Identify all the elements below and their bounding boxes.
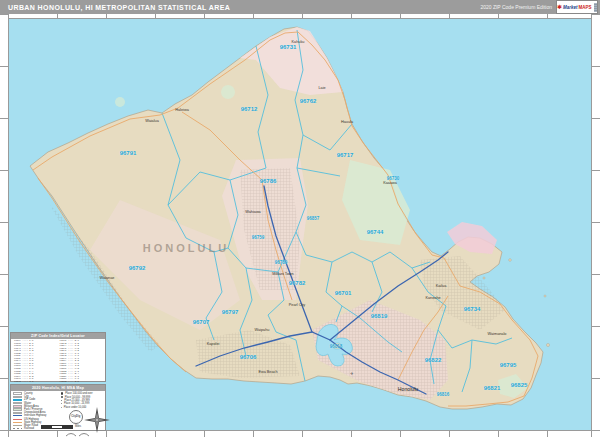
map-area: HONOLULU 96731 96712 96762 96791 96717 9… xyxy=(0,0,600,437)
zip-label-96717: 96717 xyxy=(337,152,354,158)
city-label-kaaawa: Kaaawa xyxy=(383,181,397,185)
city-label-waialua: Waialua xyxy=(145,119,159,123)
city-label-mililani-town: Mililani Town xyxy=(272,272,293,276)
city-label-kaneohe: Kaneohe xyxy=(425,296,440,300)
zip-label-96706: 96706 xyxy=(240,354,257,360)
city-label-honolulu: Honolulu xyxy=(398,386,418,392)
zip-index-column-2: 96797 ···· E-6 96813 ···· G-8 96814 ····… xyxy=(60,340,103,383)
zip-label-96701: 96701 xyxy=(335,290,352,296)
zip-index-column-1: 96701 ···· F-6 96706 ···· E-7 96707 ····… xyxy=(14,340,57,383)
zip-label-96819: 96819 xyxy=(371,313,388,319)
grid-ruler-top xyxy=(8,14,592,19)
zip-label-96730: 96730 xyxy=(387,176,400,181)
city-label-kahuku: Kahuku xyxy=(292,40,305,44)
zip-label-96791: 96791 xyxy=(120,150,137,156)
zip-label-96707: 96707 xyxy=(193,319,210,325)
city-label-hauula: Hauula xyxy=(341,120,353,124)
citydig-logo: CityDig xyxy=(69,410,83,424)
grid-ruler-right xyxy=(591,14,600,437)
legend-item: Railroad xyxy=(24,427,34,430)
zip-label-96744: 96744 xyxy=(367,229,384,235)
city-label-waipahu: Waipahu xyxy=(255,328,270,332)
zip-label-96759: 96759 xyxy=(252,235,265,240)
map-poster: { "header": { "title": "URBAN HONOLULU, … xyxy=(0,0,600,437)
zip-label-96822: 96822 xyxy=(425,357,442,363)
city-label-ewa-beach: Ewa Beach xyxy=(258,370,277,374)
zip-label-96795: 96795 xyxy=(500,362,517,368)
scale-label: Miles xyxy=(75,425,81,428)
zip-label-96734: 96734 xyxy=(464,306,481,312)
city-label-wahiawa: Wahiawa xyxy=(245,210,260,214)
zip-label-96821: 96821 xyxy=(484,385,501,391)
city-label-waimanalo: Waimanalo xyxy=(488,332,507,336)
zip-label-96797: 96797 xyxy=(222,309,239,315)
zip-label-96816: 96816 xyxy=(437,392,450,397)
zip-label-96786: 96786 xyxy=(260,178,277,184)
zip-index-panel: ZIP Code Index/Grid Locator 96701 ···· F… xyxy=(10,332,106,382)
legend-symbol-list: County City ZIP Code Water Military Area… xyxy=(13,392,59,437)
city-label-pearl-city: Pearl City xyxy=(289,303,305,307)
zip-label-96731: 96731 xyxy=(280,44,297,50)
zip-label-96762: 96762 xyxy=(300,98,317,104)
scale-bar: Miles xyxy=(41,425,81,429)
zip-label-96792: 96792 xyxy=(129,265,146,271)
city-label-kapolei: Kapolei xyxy=(207,342,220,346)
city-label-haleiwa: Haleiwa xyxy=(175,108,189,112)
zip-label-96782: 96782 xyxy=(289,280,306,286)
airport-icon: ✈ xyxy=(350,371,353,376)
zip-label-96825: 96825 xyxy=(511,382,528,388)
compass-rose-icon xyxy=(82,405,112,435)
zip-label-96789: 96789 xyxy=(275,260,288,265)
city-label-laie: Laie xyxy=(318,86,325,90)
zip-label-96857: 96857 xyxy=(307,216,320,221)
grid-ruler-left xyxy=(0,14,9,437)
zip-label-96818: 96818 xyxy=(330,344,343,349)
city-label-waianae: Waianae xyxy=(100,276,115,280)
zip-label-96712: 96712 xyxy=(241,106,258,112)
county-label: HONOLULU xyxy=(143,242,229,254)
city-label-kailua: Kailua xyxy=(436,284,447,288)
